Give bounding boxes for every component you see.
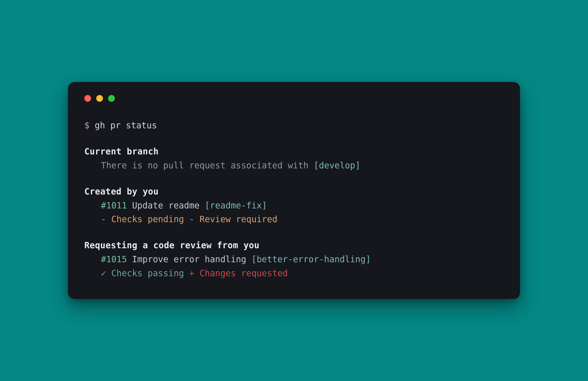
terminal-content: $ gh pr status Current branch There is n… — [84, 119, 504, 281]
section-heading: Current branch — [84, 145, 504, 159]
minimize-icon[interactable] — [96, 95, 103, 102]
pr-row: #1015 Improve error handling [better-err… — [84, 252, 504, 266]
prompt-symbol: $ — [84, 120, 89, 130]
checks-passing-status: ✓ Checks passing — [101, 268, 184, 278]
checks-pending-status: - Checks pending - Review required — [101, 214, 277, 224]
branch-name: [develop] — [314, 160, 360, 170]
section-heading: Created by you — [84, 185, 504, 199]
current-branch-message: There is no pull request associated with… — [84, 159, 504, 173]
pr-number: #1011 — [101, 201, 127, 211]
section-created-by-you: Created by you #1011 Update readme [read… — [84, 185, 504, 227]
maximize-icon[interactable] — [108, 95, 115, 102]
pr-branch: [better-error-handling] — [251, 254, 371, 264]
pr-title: Improve error handling — [132, 254, 246, 264]
message-text: There is no pull request associated with — [101, 160, 314, 170]
pr-row: #1011 Update readme [readme-fix] — [84, 199, 504, 213]
command-line: $ gh pr status — [84, 119, 504, 133]
command-text: gh pr status — [95, 120, 157, 130]
section-requesting-review: Requesting a code review from you #1015 … — [84, 239, 504, 281]
pr-status-row: ✓ Checks passing + Changes requested — [84, 266, 504, 281]
close-icon[interactable] — [84, 95, 91, 102]
window-controls — [84, 95, 504, 102]
changes-requested-status: Changes requested — [200, 268, 288, 278]
section-current-branch: Current branch There is no pull request … — [84, 145, 504, 173]
pr-branch: [readme-fix] — [205, 201, 267, 211]
terminal-window: $ gh pr status Current branch There is n… — [68, 82, 520, 299]
pr-status-row: - Checks pending - Review required — [84, 212, 504, 226]
review-separator: + — [184, 268, 200, 278]
pr-number: #1015 — [101, 254, 127, 264]
section-heading: Requesting a code review from you — [84, 239, 504, 252]
pr-title: Update readme — [132, 201, 200, 211]
